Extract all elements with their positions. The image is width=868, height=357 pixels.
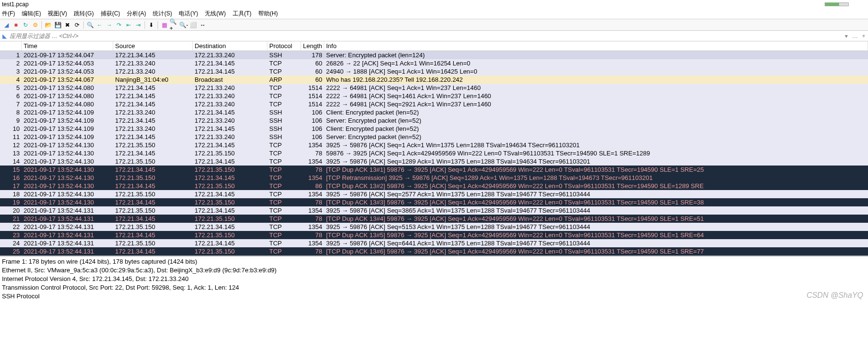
packet-row[interactable]: 62021-09-17 13:52:44.080172.21.34.145172… [0,92,868,100]
col-header-length[interactable]: Length [301,41,324,51]
capture-options-icon[interactable]: ⚙ [31,21,39,29]
packet-row[interactable]: 192021-09-17 13:52:44.130172.21.34.14517… [0,198,868,206]
packet-row[interactable]: 32021-09-17 13:52:44.053172.21.33.240172… [0,67,868,76]
stop-capture-icon[interactable]: ■ [12,21,20,29]
packet-row[interactable]: 82021-09-17 13:52:44.109172.21.33.240172… [0,108,868,116]
packet-row[interactable]: 162021-09-17 13:52:44.130172.21.35.15017… [0,174,868,182]
cell-dst: 172.21.34.145 [193,125,267,133]
restart-capture-icon[interactable]: ↻ [21,21,30,29]
go-last-icon[interactable]: ⇥ [134,21,143,29]
packet-row[interactable]: 202021-09-17 13:52:44.131172.21.35.15017… [0,206,868,215]
menu-help[interactable]: 帮助(H) [258,10,278,18]
packet-row[interactable]: 52021-09-17 13:52:44.080172.21.34.145172… [0,84,868,92]
packet-row[interactable]: 72021-09-17 13:52:44.080172.21.34.145172… [0,100,868,108]
packet-row[interactable]: 22021-09-17 13:52:44.053172.21.33.240172… [0,59,868,67]
packet-row[interactable]: 152021-09-17 13:52:44.130172.21.34.14517… [0,166,868,174]
filter-dropdown-icon[interactable]: ▾ [842,33,851,39]
detail-ip[interactable]: Internet Protocol Version 4, Src: 172.21… [2,275,866,283]
cell-no: 19 [0,198,22,206]
go-to-packet-icon[interactable]: ↷ [115,21,123,29]
packet-details[interactable]: Frame 1: 178 bytes on wire (1424 bits), … [0,255,868,302]
packet-row[interactable]: 42021-09-17 13:52:44.067NanjingB_31:04:e… [0,76,868,84]
filter-expression-icon[interactable]: … [851,33,859,39]
cell-time: 2021-09-17 13:52:44.130 [22,166,113,174]
packet-row[interactable]: 212021-09-17 13:52:44.131172.21.34.14517… [0,215,868,223]
detail-ssh[interactable]: SSH Protocol [2,292,866,301]
menu-wireless[interactable]: 无线(W) [205,10,225,18]
reload-icon[interactable]: ⟳ [73,21,81,29]
packet-row[interactable]: 12021-09-17 13:52:44.047172.21.34.145172… [0,51,868,59]
packet-row[interactable]: 242021-09-17 13:52:44.131172.21.35.15017… [0,239,868,247]
go-forward-icon[interactable]: → [105,21,114,29]
auto-scroll-icon[interactable]: ⬇ [147,21,156,29]
cell-len: 1514 [301,92,324,100]
cell-time: 2021-09-17 13:52:44.109 [22,133,113,141]
cell-src: 172.21.34.145 [113,247,193,255]
packet-row[interactable]: 222021-09-17 13:52:44.131172.21.35.15017… [0,223,868,231]
packet-row[interactable]: 182021-09-17 13:52:44.130172.21.35.15017… [0,190,868,198]
packet-row[interactable]: 232021-09-17 13:52:44.131172.21.34.14517… [0,231,868,239]
cell-time: 2021-09-17 13:52:44.131 [22,215,113,223]
cell-dst: 172.21.34.145 [193,59,267,67]
zoom-in-icon[interactable]: 🔍+ [170,21,178,29]
detail-tcp[interactable]: Transmission Control Protocol, Src Port:… [2,283,866,292]
save-file-icon[interactable]: 💾 [53,21,62,29]
start-capture-icon[interactable]: ◢ [2,21,11,29]
col-header-no[interactable] [0,41,22,51]
cell-time: 2021-09-17 13:52:44.130 [22,182,113,190]
colorize-icon[interactable]: ▦ [160,21,169,29]
packet-row[interactable]: 252021-09-17 13:52:44.131172.21.34.14517… [0,247,868,255]
col-header-info[interactable]: Info [324,41,868,51]
cell-no: 20 [0,206,22,215]
cell-info: [TCP Retransmission] 3925 → 59876 [ACK] … [324,174,868,182]
packet-row[interactable]: 102021-09-17 13:52:44.109172.21.33.24017… [0,125,868,133]
cell-info: 3925 → 59876 [ACK] Seq=1289 Ack=1 Win=13… [324,157,868,166]
go-back-icon[interactable]: ← [95,21,104,29]
col-header-source[interactable]: Source [113,41,193,51]
find-packet-icon[interactable]: 🔍 [86,21,94,29]
packet-row[interactable]: 132021-09-17 13:52:44.130172.21.34.14517… [0,149,868,157]
detail-frame[interactable]: Frame 1: 178 bytes on wire (1424 bits), … [2,257,866,266]
col-header-destination[interactable]: Destination [193,41,267,51]
cell-no: 1 [0,51,22,59]
go-first-icon[interactable]: ⇤ [124,21,133,29]
packet-list-header[interactable]: Time Source Destination Protocol Length … [0,41,868,51]
menu-edit[interactable]: 编辑(E) [22,10,41,18]
menu-tools[interactable]: 工具(T) [233,10,251,18]
cell-time: 2021-09-17 13:52:44.130 [22,141,113,149]
packet-list[interactable]: Time Source Destination Protocol Length … [0,41,868,255]
menu-go[interactable]: 跳转(G) [74,10,93,18]
zoom-out-icon[interactable]: 🔍- [179,21,188,29]
cell-proto: TCP [267,247,301,255]
zoom-reset-icon[interactable]: ⬜ [189,21,197,29]
detail-ethernet[interactable]: Ethernet II, Src: VMware_9a:5c:a3 (00:0c… [2,266,866,275]
display-filter-input[interactable] [9,32,842,40]
packet-row[interactable]: 122021-09-17 13:52:44.130172.21.35.15017… [0,141,868,149]
menu-capture[interactable]: 捕获(C) [101,10,120,18]
bookmark-icon[interactable]: ◣ [0,33,9,39]
cell-dst: Broadcast [193,76,267,84]
cell-src: 172.21.34.145 [113,133,193,141]
packet-row[interactable]: 112021-09-17 13:52:44.109172.21.34.14517… [0,133,868,141]
col-header-protocol[interactable]: Protocol [267,41,301,51]
menu-view[interactable]: 视图(V) [48,10,67,18]
packet-row[interactable]: 172021-09-17 13:52:44.130172.21.34.14517… [0,182,868,190]
menu-statistics[interactable]: 统计(S) [153,10,172,18]
open-file-icon[interactable]: 📂 [44,21,53,29]
resize-columns-icon[interactable]: ↔ [198,21,207,29]
cell-len: 178 [301,51,324,59]
cell-len: 106 [301,125,324,133]
cell-info: Client: Encrypted packet (len=52) [324,108,868,116]
watermark: CSDN @ShaYQ [806,291,863,300]
menu-analyze[interactable]: 分析(A) [127,10,146,18]
filter-add-icon[interactable]: + [859,33,868,39]
cell-proto: SSH [267,125,301,133]
menu-telephony[interactable]: 电话(Y) [179,10,198,18]
cell-proto: TCP [267,198,301,206]
menu-file[interactable]: 件(F) [2,10,15,18]
packet-row[interactable]: 92021-09-17 13:52:44.109172.21.34.145172… [0,116,868,125]
col-header-time[interactable]: Time [22,41,113,51]
close-file-icon[interactable]: ✖ [63,21,72,29]
packet-row[interactable]: 142021-09-17 13:52:44.130172.21.35.15017… [0,157,868,166]
cell-src: 172.21.35.150 [113,174,193,182]
